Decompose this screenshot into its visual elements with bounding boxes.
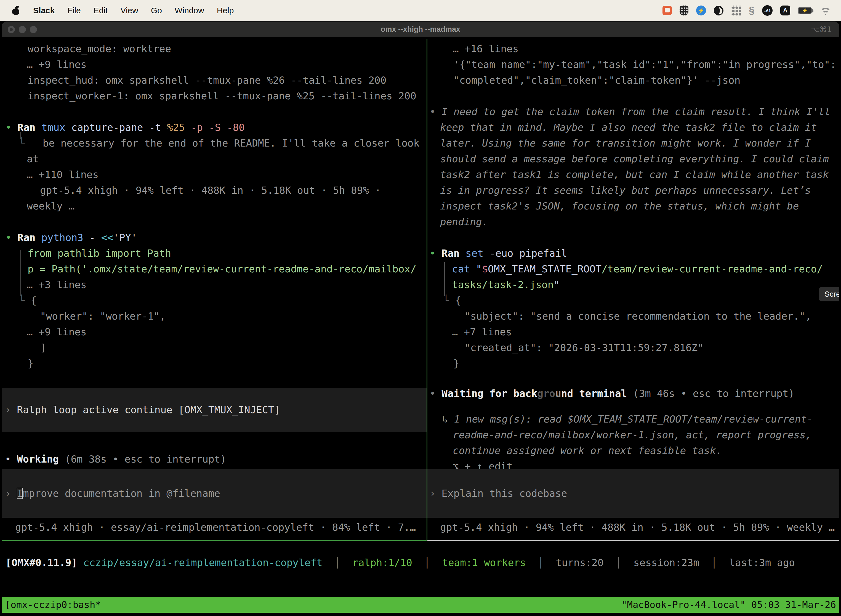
terminal-line: pending. bbox=[428, 214, 840, 230]
terminal-line: › Improve documentation in @filename bbox=[1, 485, 426, 501]
input-source-icon[interactable]: A bbox=[780, 6, 790, 15]
tmux-session-label: [omx-cczip0:bash* bbox=[5, 599, 101, 610]
menu-item-go[interactable]: Go bbox=[151, 6, 162, 15]
left-pane-bottom-border bbox=[1, 540, 426, 541]
terminal-line: gpt-5.4 xhigh · 94% left · 488K in · 5.1… bbox=[428, 519, 840, 535]
terminal-line: at bbox=[1, 151, 426, 167]
terminal-line: weekly … bbox=[1, 198, 426, 214]
menu-bar: SlackFileEditViewGoWindowHelp ⚡§..61A⚡ bbox=[0, 0, 841, 21]
menu-item-slack[interactable]: Slack bbox=[33, 6, 55, 15]
right-prompt-input[interactable]: › Explain this codebase bbox=[428, 469, 840, 518]
menu-item-view[interactable]: View bbox=[120, 6, 138, 15]
terminal-line: inspect_hud: omx sparkshell --tmux-pane … bbox=[1, 72, 426, 88]
menu-items: SlackFileEditViewGoWindowHelp bbox=[33, 6, 234, 15]
terminal-line: "created_at": "2026-03-31T11:59:27.816Z" bbox=[428, 340, 840, 355]
battery-percent-badge-icon[interactable]: ..61 bbox=[762, 5, 772, 16]
terminal-line: tasks/task-2.json" bbox=[428, 277, 840, 293]
terminal-line: inspect task2's JSON, focusing on the st… bbox=[428, 198, 840, 214]
terminal-line: inspect_worker-1: omx sparkshell --tmux-… bbox=[1, 88, 426, 104]
terminal-line: keep that in mind. Maybe I also need the… bbox=[428, 119, 840, 135]
waiting-status-line: • Waiting for background terminal (3m 46… bbox=[428, 386, 840, 401]
terminal-line bbox=[428, 230, 840, 245]
screen-capture-overlay-button[interactable]: Scre bbox=[819, 287, 840, 301]
terminal-line: … +9 lines bbox=[1, 324, 426, 340]
menu-status-icons: ⚡§..61A⚡ bbox=[662, 0, 832, 21]
terminal-line: '{"team_name":"my-team","task_id":"1","f… bbox=[428, 57, 840, 72]
terminal-line: gpt-5.4 xhigh · essay/ai-reimplementatio… bbox=[1, 519, 426, 535]
terminal-line: └ be necessary for the end of the README… bbox=[1, 135, 426, 151]
menu-item-file[interactable]: File bbox=[67, 6, 81, 15]
menu-item-edit[interactable]: Edit bbox=[94, 6, 108, 15]
terminal-line: … +9 lines bbox=[1, 57, 426, 72]
terminal-line: └ { bbox=[1, 293, 426, 308]
keypad-shield-icon[interactable] bbox=[680, 6, 689, 15]
terminal-line: } bbox=[428, 355, 840, 371]
terminal-line: • I need to get the claim token from the… bbox=[428, 104, 840, 119]
terminal-line: • Ran python3 - <<'PY' bbox=[1, 230, 426, 245]
terminal-line: gpt-5.4 xhigh · 94% left · 488K in · 5.1… bbox=[1, 182, 426, 198]
ralph-loop-box: › Ralph loop active continue [OMX_TMUX_I… bbox=[1, 388, 426, 432]
left-terminal-pane[interactable]: workspace_mode: worktree… +9 linesinspec… bbox=[1, 37, 426, 540]
wifi-icon[interactable] bbox=[819, 6, 832, 15]
terminal-line: p = Path('.omx/state/team/review-current… bbox=[1, 261, 426, 277]
omx-status-line: [OMX#0.11.9] cczip/essay/ai-reimplementa… bbox=[1, 555, 840, 571]
tmux-pane-divider[interactable] bbox=[426, 39, 428, 540]
terminal-line: cat "$OMX_TEAM_STATE_ROOT/team/review-cu… bbox=[428, 261, 840, 277]
tmux-host-clock-label: "MacBook-Pro-44.local" 05:03 31-Mar-26 bbox=[621, 599, 836, 610]
terminal-line bbox=[1, 214, 426, 230]
terminal-window: omx --xhigh --madmax ⌥⌘1 workspace_mode:… bbox=[1, 22, 840, 616]
terminal-line: └ { bbox=[428, 293, 840, 308]
terminal-line: should send a message before completing … bbox=[428, 151, 840, 167]
terminal-line: … +3 lines bbox=[1, 277, 426, 293]
tree-connector-line bbox=[21, 132, 21, 139]
window-titlebar[interactable]: omx --xhigh --madmax ⌥⌘1 bbox=[1, 22, 840, 37]
terminal-line: … +16 lines bbox=[428, 41, 840, 57]
terminal-line bbox=[1, 104, 426, 119]
wave-badge-icon[interactable]: ⚡ bbox=[696, 6, 706, 15]
terminal-line: [OMX#0.11.9] cczip/essay/ai-reimplementa… bbox=[1, 555, 840, 571]
terminal-line: › Explain this codebase bbox=[428, 485, 840, 501]
working-status-line: • Working (6m 38s • esc to interrupt) bbox=[1, 451, 426, 467]
battery-icon[interactable]: ⚡ bbox=[798, 7, 812, 14]
terminal-line: • Ran tmux capture-pane -t %25 -p -S -80 bbox=[1, 119, 426, 135]
right-pane-scrollback: … +16 lines'{"team_name":"my-team","task… bbox=[428, 41, 840, 371]
menu-item-help[interactable]: Help bbox=[217, 6, 234, 15]
tree-connector-line bbox=[21, 250, 21, 296]
terminal-line: later. Using the same for transition mig… bbox=[428, 135, 840, 151]
right-terminal-pane[interactable]: … +16 lines'{"team_name":"my-team","task… bbox=[428, 37, 840, 540]
left-prompt-input[interactable]: › Improve documentation in @filename bbox=[1, 469, 426, 518]
right-pane-bottom-border bbox=[428, 540, 840, 541]
left-session-status-line: gpt-5.4 xhigh · essay/ai-reimplementatio… bbox=[1, 519, 426, 535]
terminal-line: "worker": "worker-1", bbox=[1, 308, 426, 324]
terminal-line: • Ran set -euo pipefail bbox=[428, 245, 840, 261]
mailbox-message-block: ↳ 1 new msg(s): read $OMX_TEAM_STATE_ROO… bbox=[428, 411, 840, 474]
terminal-line: … +7 lines bbox=[428, 324, 840, 340]
terminal-line bbox=[428, 88, 840, 104]
terminal-line: › Ralph loop active continue [OMX_TMUX_I… bbox=[1, 402, 426, 418]
terminal-line: • Waiting for background terminal (3m 46… bbox=[428, 386, 840, 401]
crescent-app-icon[interactable] bbox=[714, 6, 724, 15]
tmux-status-bar: [omx-cczip0:bash* "MacBook-Pro-44.local"… bbox=[1, 597, 840, 613]
terminal-line: task2 after task1 is complete, but can I… bbox=[428, 167, 840, 182]
terminal-line: continue assigned work or next feasible … bbox=[428, 443, 840, 458]
terminal-line: from pathlib import Path bbox=[1, 245, 426, 261]
terminal-line: workspace_mode: worktree bbox=[1, 41, 426, 57]
terminal-line: ↳ 1 new msg(s): read $OMX_TEAM_STATE_ROO… bbox=[428, 411, 840, 427]
window-shortcut-hint: ⌥⌘1 bbox=[811, 22, 832, 37]
menu-item-window[interactable]: Window bbox=[175, 6, 204, 15]
terminal-line: is in progress? It seems likely but perh… bbox=[428, 182, 840, 198]
squiggle-icon[interactable]: § bbox=[749, 5, 755, 16]
dots-grid-icon[interactable] bbox=[731, 6, 741, 15]
terminal-line: "subject": "send a concise recommendatio… bbox=[428, 308, 840, 324]
left-pane-scrollback: workspace_mode: worktree… +9 linesinspec… bbox=[1, 41, 426, 371]
terminal-line: readme-and-reco/mailbox/worker-1.json, a… bbox=[428, 427, 840, 443]
terminal-line: "completed","claim_token":"claim-token"}… bbox=[428, 72, 840, 88]
terminal-line: … +110 lines bbox=[1, 167, 426, 182]
terminal-content: workspace_mode: worktree… +9 linesinspec… bbox=[1, 37, 840, 616]
apple-menu-icon[interactable] bbox=[12, 6, 19, 15]
tree-connector-line bbox=[444, 262, 445, 296]
screenshot-app-icon[interactable] bbox=[662, 6, 672, 15]
right-session-status-line: gpt-5.4 xhigh · 94% left · 488K in · 5.1… bbox=[428, 519, 840, 535]
terminal-line: • Working (6m 38s • esc to interrupt) bbox=[1, 451, 426, 467]
window-title: omx --xhigh --madmax bbox=[1, 22, 840, 37]
